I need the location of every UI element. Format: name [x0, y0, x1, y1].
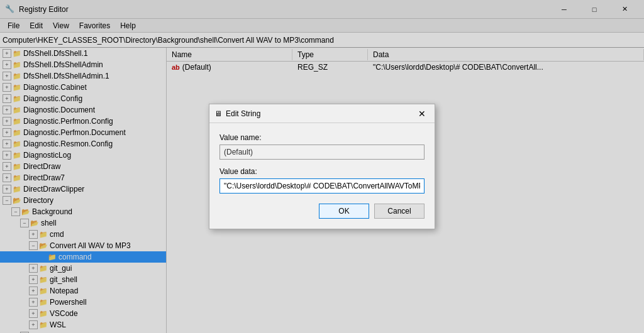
value-data-label: Value data: [219, 167, 425, 176]
dialog-body: Value name: Value data: OK Cancel [209, 123, 435, 229]
edit-string-dialog: 🖥 Edit String ✕ Value name: Value data: … [209, 104, 435, 229]
dialog-close-button[interactable]: ✕ [414, 106, 430, 121]
cancel-button[interactable]: Cancel [374, 204, 425, 219]
dialog-title-bar: 🖥 Edit String ✕ [209, 104, 435, 123]
modal-overlay: 🖥 Edit String ✕ Value name: Value data: … [0, 0, 644, 333]
value-data-input[interactable] [219, 178, 425, 194]
ok-button[interactable]: OK [319, 204, 369, 219]
value-name-input[interactable] [219, 145, 425, 160]
dialog-icon: 🖥 [214, 109, 222, 118]
dialog-title: Edit String [226, 109, 414, 118]
dialog-buttons: OK Cancel [219, 204, 425, 219]
value-name-label: Value name: [219, 133, 425, 142]
